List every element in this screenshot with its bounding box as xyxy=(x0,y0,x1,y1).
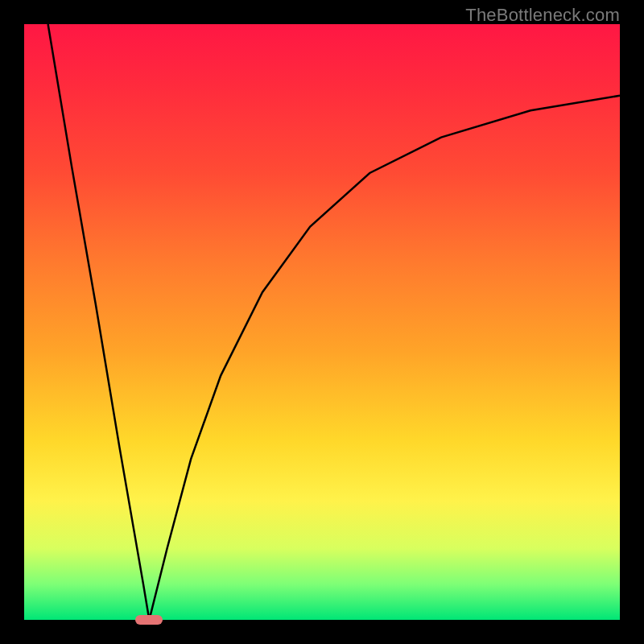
bottleneck-curve xyxy=(48,24,620,620)
curve-svg xyxy=(24,24,620,620)
watermark-text: TheBottleneck.com xyxy=(465,5,620,26)
chart-frame: TheBottleneck.com xyxy=(0,0,644,644)
plot-area xyxy=(24,24,620,620)
minimum-marker xyxy=(135,615,163,625)
